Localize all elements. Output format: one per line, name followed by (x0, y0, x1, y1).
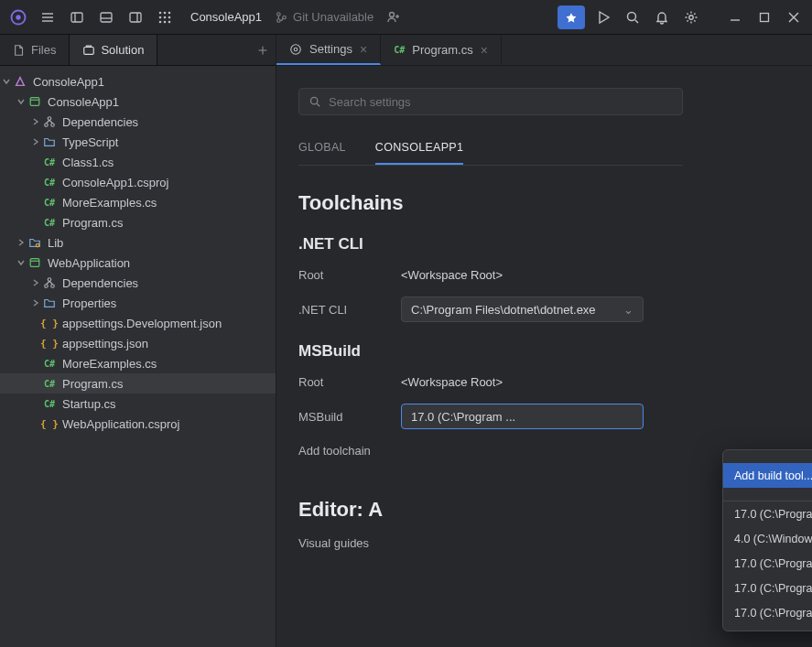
tree-item[interactable]: WebApplication (0, 253, 276, 273)
chevron-icon (29, 196, 42, 209)
settings-tab-global[interactable]: GLOBAL (298, 141, 346, 165)
msbuild-dropdown[interactable]: Add build tool... 17.0 (C:\Program Files… (722, 449, 812, 631)
svg-point-53 (291, 44, 301, 54)
sidebar-tab-files-label: Files (31, 43, 56, 57)
git-status[interactable]: Git Unavailable (275, 10, 374, 24)
tree-item[interactable]: { }appsettings.Development.json (0, 313, 276, 333)
dropdown-add-build-tool[interactable]: Add build tool... (723, 463, 812, 488)
tree-item-label: Startup.cs (62, 397, 116, 411)
tree-item[interactable]: ConsoleApp1 (0, 71, 276, 92)
tree-item-label: Dependencies (62, 115, 138, 129)
minimize-icon[interactable] (722, 5, 748, 30)
svg-point-1 (16, 15, 20, 19)
search-field[interactable] (329, 95, 673, 109)
chevron-icon[interactable] (29, 135, 42, 148)
tree-item[interactable]: { }WebApplication.csproj (0, 414, 276, 434)
svg-line-42 (47, 120, 50, 124)
msbuild-combo[interactable]: 17.0 (C:\Program ... (401, 404, 644, 429)
chevron-icon[interactable] (29, 297, 42, 309)
tree-item[interactable]: Dependencies (0, 273, 276, 293)
solution-tree[interactable]: ConsoleApp1ConsoleApp1DependenciesTypeSc… (0, 66, 276, 647)
chevron-icon[interactable] (29, 115, 42, 128)
dep-icon (42, 275, 57, 290)
visual-guides-label: Visual guides (298, 536, 369, 550)
cs-icon: C# (42, 376, 57, 391)
chevron-icon[interactable] (29, 276, 42, 289)
svg-point-18 (164, 20, 167, 23)
chevron-icon[interactable] (15, 256, 27, 269)
bell-icon[interactable] (649, 5, 675, 30)
tree-item[interactable]: C#MoreExamples.cs (0, 192, 276, 212)
add-user-icon[interactable] (381, 5, 406, 30)
tree-item[interactable]: { }appsettings.json (0, 333, 276, 353)
menu-icon[interactable] (35, 5, 60, 30)
tree-item[interactable]: Lib (0, 232, 276, 253)
settings-tab-project[interactable]: CONSOLEAPP1 (375, 141, 463, 165)
settings-tabs: GLOBAL CONSOLEAPP1 (298, 141, 683, 166)
run-button[interactable] (558, 5, 585, 29)
add-tab-icon[interactable] (250, 35, 276, 65)
svg-point-21 (277, 18, 281, 22)
play-icon[interactable] (590, 5, 616, 30)
svg-point-40 (51, 124, 55, 127)
svg-rect-7 (101, 13, 112, 22)
subsection-msbuild: MSBuild (298, 342, 812, 361)
svg-point-48 (51, 285, 55, 288)
json-icon: { } (42, 336, 57, 350)
jetbrains-logo-icon[interactable] (5, 5, 31, 30)
tree-item[interactable]: ConsoleApp1 (0, 92, 276, 112)
svg-point-12 (164, 11, 167, 14)
search-input[interactable] (298, 88, 683, 115)
tree-item[interactable]: C#MoreExamples.cs (0, 353, 276, 373)
dropdown-item[interactable]: 17.0 (C:\Program Files\Microsof...Build\… (723, 551, 812, 576)
project-name[interactable]: ConsoleApp1 (185, 10, 267, 24)
chevron-icon[interactable] (0, 75, 13, 88)
svg-point-19 (168, 20, 171, 23)
tree-item-label: WebApplication.csproj (62, 417, 179, 431)
panel-left-icon[interactable] (64, 5, 90, 30)
subsection-netcli: .NET CLI (298, 235, 812, 253)
tree-item[interactable]: C#Program.cs (0, 373, 276, 394)
grid-icon[interactable] (152, 5, 178, 30)
chevron-icon[interactable] (15, 236, 27, 249)
chevron-icon[interactable] (15, 95, 27, 108)
tree-item[interactable]: C#ConsoleApp1.csproj (0, 172, 276, 192)
dropdown-item[interactable]: 17.0 (C:\Program Files\dotnet\s...0\MSBu… (723, 501, 812, 526)
svg-point-49 (48, 278, 51, 282)
sidebar-tab-files[interactable]: Files (0, 35, 70, 65)
titlebar: ConsoleApp1 Git Unavailable (0, 0, 812, 35)
tree-item[interactable]: C#Startup.cs (0, 394, 276, 414)
editor: Settings × C# Program.cs × GLOBAL CONSOL… (276, 35, 812, 647)
close-icon[interactable]: × (360, 42, 367, 57)
search-icon[interactable] (620, 5, 645, 30)
dropdown-item[interactable]: 4.0 (C:\Windows\Microsoft.NET...work\v4.… (723, 526, 812, 551)
tree-item[interactable]: TypeScript (0, 132, 276, 152)
tab-settings[interactable]: Settings × (276, 35, 381, 65)
close-icon[interactable] (781, 5, 807, 30)
dep-icon (42, 114, 57, 129)
tree-item[interactable]: Dependencies (0, 112, 276, 132)
tab-program[interactable]: C# Program.cs × (381, 35, 502, 65)
tree-item[interactable]: C#Class1.cs (0, 152, 276, 172)
close-icon[interactable]: × (481, 43, 488, 58)
dropdown-item[interactable]: 17.0 (C:\Program Files\Microsof...urrent… (723, 576, 812, 600)
tree-item[interactable]: Properties (0, 293, 276, 313)
chevron-icon (29, 216, 42, 229)
gear-icon[interactable] (678, 5, 704, 30)
svg-point-17 (159, 20, 162, 23)
svg-rect-45 (30, 259, 39, 267)
tree-item[interactable]: C#Program.cs (0, 212, 276, 232)
panel-right-icon[interactable] (123, 5, 148, 30)
svg-point-29 (689, 15, 693, 18)
sidebar-tab-solution[interactable]: Solution (70, 35, 157, 65)
panel-bottom-icon[interactable] (93, 5, 119, 30)
folder-icon (42, 135, 57, 149)
maximize-icon[interactable] (752, 5, 777, 30)
tree-item-label: WebApplication (48, 256, 130, 270)
netcli-root-label: Root (298, 268, 401, 282)
netcli-combo[interactable]: C:\Program Files\dotnet\dotnet.exe ⌄ (401, 297, 644, 322)
settings-small-icon (289, 43, 302, 56)
chevron-icon (29, 176, 42, 189)
dropdown-item[interactable]: 17.0 (C:\Program Files\dotnet\sdk\7.0.10… (723, 600, 812, 625)
svg-point-20 (277, 12, 281, 16)
